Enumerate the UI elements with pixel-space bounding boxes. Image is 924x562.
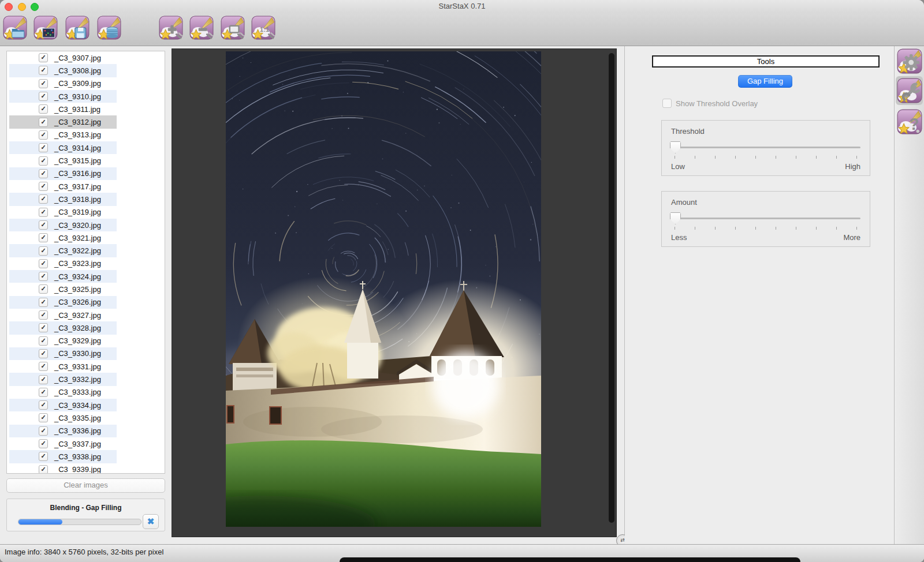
file-checkbox[interactable]: ✓ — [39, 259, 48, 268]
list-item[interactable]: ✓_C3_9331.jpg — [7, 360, 165, 373]
amount-slider-thumb[interactable] — [670, 212, 681, 224]
file-name: _C3_9324.jpg — [54, 272, 101, 281]
file-checkbox[interactable]: ✓ — [39, 208, 48, 217]
preferences-button[interactable] — [896, 47, 923, 76]
zoom-fit-button[interactable] — [221, 16, 245, 40]
file-checkbox[interactable]: ✓ — [39, 439, 48, 448]
file-checkbox[interactable]: ✓ — [39, 79, 48, 88]
file-checkbox[interactable]: ✓ — [39, 130, 48, 140]
list-item[interactable]: ✓_C3_9327.jpg — [7, 309, 165, 321]
start-blending-button[interactable] — [97, 16, 121, 40]
stack-icon — [97, 16, 121, 40]
list-item[interactable]: ✓_C3_9321.jpg — [7, 231, 165, 244]
file-checkbox[interactable]: ✓ — [39, 220, 48, 230]
threshold-ticks — [675, 156, 857, 159]
list-item[interactable]: ✓_C3_9314.jpg — [7, 141, 165, 154]
file-checkbox[interactable]: ✓ — [39, 310, 48, 320]
list-item[interactable]: ✓_C3_9333.jpg — [7, 386, 165, 399]
preview-image — [226, 51, 541, 527]
zoom-in-button[interactable] — [159, 16, 183, 40]
file-checkbox[interactable]: ✓ — [39, 465, 48, 474]
list-item[interactable]: ✓_C3_9328.jpg — [7, 321, 165, 334]
threshold-group: Threshold Low High — [661, 120, 870, 176]
amount-slider-track[interactable] — [671, 218, 860, 219]
list-item[interactable]: ✓_C3_9323.jpg — [7, 257, 165, 270]
list-item[interactable]: ✓_C3_9325.jpg — [7, 283, 165, 295]
file-list[interactable]: ✓_C3_9307.jpg✓_C3_9308.jpg✓_C3_9309.jpg✓… — [6, 51, 165, 474]
file-checkbox[interactable]: ✓ — [39, 272, 48, 281]
list-item[interactable]: ✓_C3_9308.jpg — [7, 64, 165, 77]
file-checkbox[interactable]: ✓ — [39, 375, 48, 384]
file-checkbox[interactable]: ✓ — [39, 156, 48, 166]
save-result-button[interactable] — [65, 16, 90, 40]
image-icon — [33, 16, 58, 40]
threshold-max-label: High — [845, 162, 860, 171]
tools-panel: Tools Gap Filling Show Threshold Overlay… — [625, 46, 894, 544]
file-name: _C3_9315.jpg — [54, 156, 101, 165]
help-button[interactable]: ? — [896, 107, 923, 136]
list-item[interactable]: ✓_C3_9338.jpg — [7, 450, 165, 463]
open-blended-button[interactable] — [33, 16, 58, 40]
list-item[interactable]: ✓_C3_9315.jpg — [7, 154, 165, 167]
list-item[interactable]: ✓_C3_9322.jpg — [7, 244, 165, 257]
zoom-actual-button[interactable]: 1:1 — [251, 16, 275, 40]
list-item[interactable]: ✓_C3_9309.jpg — [7, 77, 165, 90]
file-checkbox[interactable]: ✓ — [39, 169, 48, 178]
cancel-blending-button[interactable]: ✖ — [143, 514, 159, 529]
list-item[interactable]: ✓_C3_9337.jpg — [7, 437, 165, 450]
open-images-button[interactable] — [3, 16, 27, 40]
list-item[interactable]: ✓_C3_9336.jpg — [7, 425, 165, 437]
show-threshold-overlay-label: Show Threshold Overlay — [676, 99, 758, 108]
list-item[interactable]: ✓_C3_9307.jpg — [7, 51, 165, 64]
list-item[interactable]: ✓_C3_9318.jpg — [7, 193, 165, 205]
list-item[interactable]: ✓_C3_9312.jpg — [7, 115, 165, 128]
title-bar[interactable]: StarStaX 0.71 — [0, 0, 924, 13]
file-checkbox[interactable]: ✓ — [39, 53, 48, 62]
list-item[interactable]: ✓_C3_9326.jpg — [7, 296, 165, 309]
file-checkbox[interactable]: ✓ — [39, 336, 48, 346]
file-checkbox[interactable]: ✓ — [39, 104, 48, 114]
list-item[interactable]: ✓_C3_9335.jpg — [7, 411, 165, 424]
threshold-slider-thumb[interactable] — [670, 141, 681, 153]
file-checkbox[interactable]: ✓ — [39, 298, 48, 307]
file-checkbox[interactable]: ✓ — [39, 349, 48, 358]
clear-images-button[interactable]: Clear images — [6, 478, 165, 493]
tools-button[interactable] — [896, 76, 923, 105]
file-name: _C3_9318.jpg — [54, 195, 101, 204]
file-checkbox[interactable]: ✓ — [39, 194, 48, 204]
file-checkbox[interactable]: ✓ — [39, 413, 48, 422]
file-checkbox[interactable]: ✓ — [39, 246, 48, 256]
list-item[interactable]: ✓_C3_9319.jpg — [7, 206, 165, 219]
file-checkbox[interactable]: ✓ — [39, 92, 48, 101]
list-item[interactable]: ✓_C3_9313.jpg — [7, 129, 165, 141]
file-checkbox[interactable]: ✓ — [39, 362, 48, 371]
file-checkbox[interactable]: ✓ — [39, 118, 48, 127]
file-checkbox[interactable]: ✓ — [39, 388, 48, 397]
list-item[interactable]: ✓_C3_9329.jpg — [7, 335, 165, 347]
file-checkbox[interactable]: ✓ — [39, 426, 48, 436]
preview-canvas[interactable] — [172, 48, 617, 537]
list-item[interactable]: ✓_C3_9324.jpg — [7, 270, 165, 283]
file-checkbox[interactable]: ✓ — [39, 323, 48, 332]
file-checkbox[interactable]: ✓ — [39, 452, 48, 461]
file-checkbox[interactable]: ✓ — [39, 400, 48, 410]
list-item[interactable]: ✓_C3_9311.jpg — [7, 103, 165, 115]
list-item[interactable]: ✓_C3_9332.jpg — [7, 373, 165, 385]
show-threshold-overlay-checkbox[interactable] — [662, 99, 672, 108]
list-item[interactable]: ✓_C3_9330.jpg — [7, 347, 165, 360]
file-checkbox[interactable]: ✓ — [39, 66, 48, 75]
zoom-out-button[interactable] — [189, 16, 214, 40]
preview-vertical-scrollbar[interactable] — [609, 53, 614, 523]
list-item[interactable]: ✓_C3_9334.jpg — [7, 399, 165, 411]
list-item[interactable]: ✓_C3_9320.jpg — [7, 219, 165, 231]
threshold-slider-track[interactable] — [671, 147, 860, 148]
list-item[interactable]: ✓_C3_9317.jpg — [7, 180, 165, 193]
gap-filling-button[interactable]: Gap Filling — [738, 75, 792, 88]
list-item[interactable]: ✓_C3_9316.jpg — [7, 167, 165, 180]
file-checkbox[interactable]: ✓ — [39, 233, 48, 242]
file-checkbox[interactable]: ✓ — [39, 143, 48, 152]
list-item[interactable]: ✓_C3_9339.jpg — [7, 463, 165, 474]
list-item[interactable]: ✓_C3_9310.jpg — [7, 90, 165, 103]
file-checkbox[interactable]: ✓ — [39, 182, 48, 191]
file-checkbox[interactable]: ✓ — [39, 284, 48, 294]
